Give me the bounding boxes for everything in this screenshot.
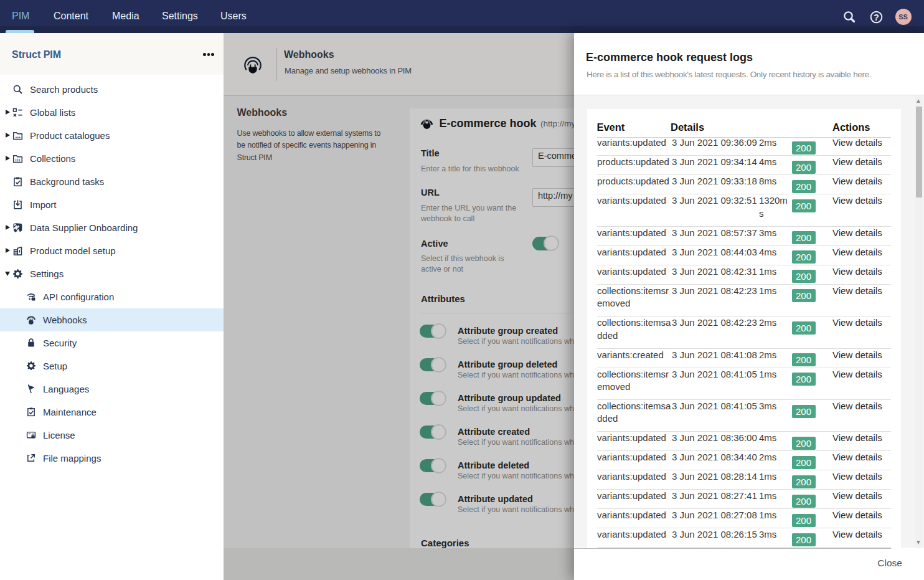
svg-text:?: ? [874,12,879,22]
